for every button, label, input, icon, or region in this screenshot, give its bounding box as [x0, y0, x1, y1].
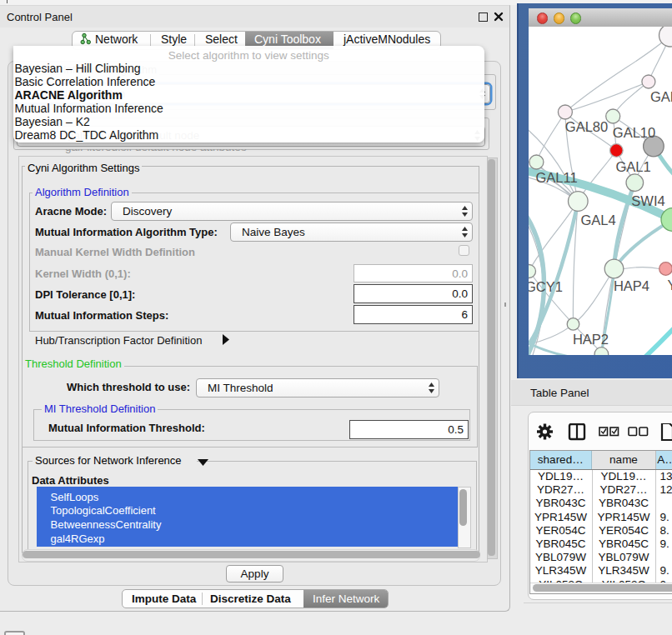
- svg-text:GAL1: GAL1: [615, 159, 650, 174]
- svg-text:GAL10: GAL10: [612, 125, 654, 140]
- svg-text:GAL11: GAL11: [535, 170, 577, 185]
- svg-text:HAP4: HAP4: [613, 278, 649, 293]
- svg-text:Y: Y: [667, 278, 672, 292]
- svg-text:GAL7: GAL7: [650, 89, 672, 104]
- svg-text:GAL80: GAL80: [564, 118, 607, 133]
- svg-text:GCY1: GCY1: [529, 279, 563, 294]
- svg-text:SWI4: SWI4: [631, 193, 664, 208]
- svg-text:GAL4: GAL4: [580, 212, 615, 228]
- svg-text:HAP2: HAP2: [572, 332, 608, 347]
